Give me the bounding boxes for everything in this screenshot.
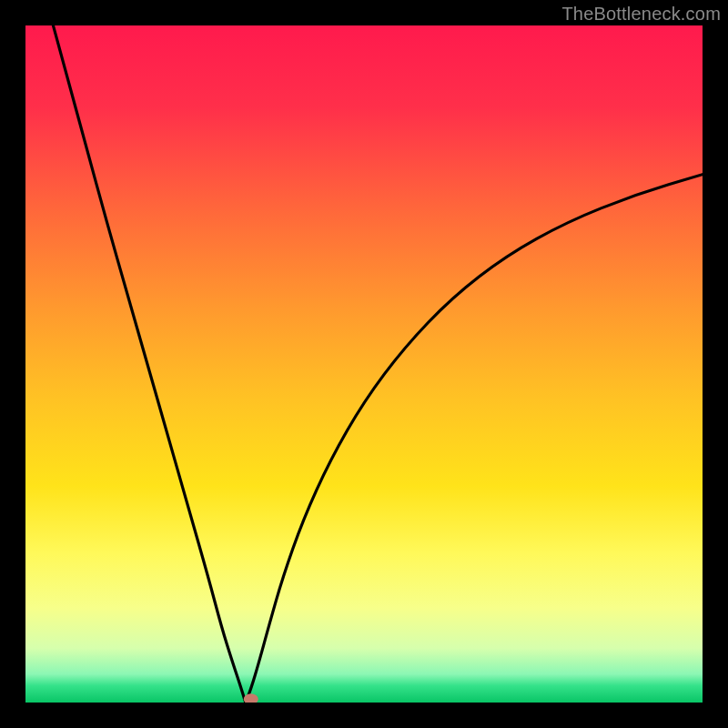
watermark-text: TheBottleneck.com bbox=[561, 4, 721, 25]
plot-area bbox=[25, 25, 703, 703]
chart-frame: TheBottleneck.com bbox=[0, 0, 728, 728]
bottleneck-curve bbox=[25, 25, 703, 703]
